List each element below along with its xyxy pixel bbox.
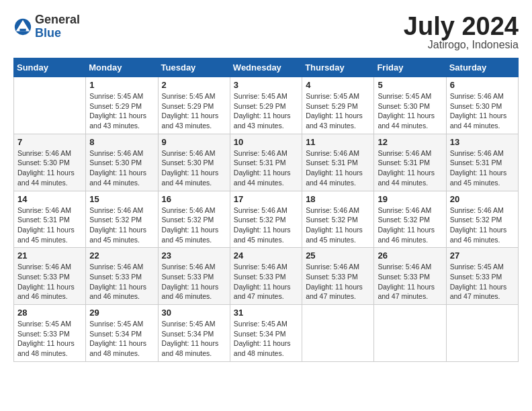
calendar: SundayMondayTuesdayWednesdayThursdayFrid… (13, 58, 519, 362)
day-cell: 28Sunrise: 5:45 AM Sunset: 5:33 PM Dayli… (14, 305, 86, 362)
day-cell: 11Sunrise: 5:46 AM Sunset: 5:31 PM Dayli… (302, 134, 374, 191)
day-number: 15 (89, 194, 154, 204)
day-number: 13 (450, 137, 515, 147)
day-cell: 16Sunrise: 5:46 AM Sunset: 5:32 PM Dayli… (158, 191, 230, 248)
day-number: 1 (89, 80, 154, 90)
week-row-2: 7Sunrise: 5:46 AM Sunset: 5:30 PM Daylig… (14, 134, 519, 191)
day-number: 9 (162, 137, 226, 147)
day-number: 7 (17, 137, 82, 147)
day-number: 28 (17, 308, 82, 318)
logo-text: General Blue (35, 13, 80, 40)
day-info: Sunrise: 5:45 AM Sunset: 5:33 PM Dayligh… (450, 262, 515, 302)
day-cell: 18Sunrise: 5:46 AM Sunset: 5:32 PM Dayli… (302, 191, 374, 248)
day-cell: 4Sunrise: 5:45 AM Sunset: 5:29 PM Daylig… (302, 77, 374, 134)
weekday-header-saturday: Saturday (446, 58, 518, 77)
header: General Blue July 2024 Jatirogo, Indones… (13, 13, 519, 51)
day-info: Sunrise: 5:46 AM Sunset: 5:30 PM Dayligh… (17, 148, 82, 188)
day-info: Sunrise: 5:46 AM Sunset: 5:32 PM Dayligh… (450, 205, 515, 245)
day-cell (374, 305, 446, 362)
day-cell: 23Sunrise: 5:46 AM Sunset: 5:33 PM Dayli… (158, 248, 230, 305)
day-number: 12 (378, 137, 442, 147)
day-cell: 15Sunrise: 5:46 AM Sunset: 5:32 PM Dayli… (86, 191, 158, 248)
week-row-1: 1Sunrise: 5:45 AM Sunset: 5:29 PM Daylig… (14, 77, 519, 134)
day-number: 30 (162, 308, 226, 318)
day-cell: 7Sunrise: 5:46 AM Sunset: 5:30 PM Daylig… (14, 134, 86, 191)
day-number: 27 (450, 250, 515, 261)
day-number: 26 (378, 250, 442, 261)
weekday-header-thursday: Thursday (302, 58, 374, 77)
day-cell: 24Sunrise: 5:46 AM Sunset: 5:33 PM Dayli… (230, 248, 302, 305)
day-info: Sunrise: 5:46 AM Sunset: 5:30 PM Dayligh… (162, 148, 226, 188)
day-info: Sunrise: 5:46 AM Sunset: 5:33 PM Dayligh… (378, 262, 442, 302)
weekday-header-tuesday: Tuesday (158, 58, 230, 77)
day-number: 11 (306, 137, 370, 147)
day-number: 19 (378, 194, 442, 204)
day-cell: 29Sunrise: 5:45 AM Sunset: 5:34 PM Dayli… (86, 305, 158, 362)
day-cell: 20Sunrise: 5:46 AM Sunset: 5:32 PM Dayli… (446, 191, 518, 248)
day-info: Sunrise: 5:45 AM Sunset: 5:34 PM Dayligh… (89, 319, 154, 359)
day-info: Sunrise: 5:45 AM Sunset: 5:29 PM Dayligh… (306, 91, 370, 131)
weekday-header-sunday: Sunday (14, 58, 86, 77)
day-number: 6 (450, 80, 515, 90)
day-number: 17 (234, 194, 298, 204)
day-info: Sunrise: 5:46 AM Sunset: 5:31 PM Dayligh… (450, 148, 515, 188)
day-number: 3 (234, 80, 298, 90)
day-info: Sunrise: 5:46 AM Sunset: 5:32 PM Dayligh… (306, 205, 370, 245)
day-cell: 27Sunrise: 5:45 AM Sunset: 5:33 PM Dayli… (446, 248, 518, 305)
day-number: 25 (306, 250, 370, 261)
week-row-3: 14Sunrise: 5:46 AM Sunset: 5:31 PM Dayli… (14, 191, 519, 248)
day-info: Sunrise: 5:46 AM Sunset: 5:30 PM Dayligh… (450, 91, 515, 131)
day-number: 14 (17, 194, 82, 204)
day-number: 2 (162, 80, 226, 90)
day-number: 31 (234, 308, 298, 318)
weekday-header-friday: Friday (374, 58, 446, 77)
week-row-5: 28Sunrise: 5:45 AM Sunset: 5:33 PM Dayli… (14, 305, 519, 362)
day-cell: 31Sunrise: 5:45 AM Sunset: 5:34 PM Dayli… (230, 305, 302, 362)
day-cell: 26Sunrise: 5:46 AM Sunset: 5:33 PM Dayli… (374, 248, 446, 305)
calendar-header: SundayMondayTuesdayWednesdayThursdayFrid… (14, 58, 519, 77)
day-number: 22 (89, 250, 154, 261)
day-cell (302, 305, 374, 362)
day-info: Sunrise: 5:46 AM Sunset: 5:32 PM Dayligh… (234, 205, 298, 245)
day-info: Sunrise: 5:45 AM Sunset: 5:33 PM Dayligh… (17, 319, 82, 359)
logo-general: General (35, 13, 80, 27)
day-info: Sunrise: 5:45 AM Sunset: 5:29 PM Dayligh… (234, 91, 298, 131)
location: Jatirogo, Indonesia (404, 39, 519, 51)
day-cell (446, 305, 518, 362)
day-cell: 5Sunrise: 5:45 AM Sunset: 5:30 PM Daylig… (374, 77, 446, 134)
day-info: Sunrise: 5:45 AM Sunset: 5:34 PM Dayligh… (162, 319, 226, 359)
day-cell: 14Sunrise: 5:46 AM Sunset: 5:31 PM Dayli… (14, 191, 86, 248)
week-row-4: 21Sunrise: 5:46 AM Sunset: 5:33 PM Dayli… (14, 248, 519, 305)
day-info: Sunrise: 5:45 AM Sunset: 5:29 PM Dayligh… (89, 91, 154, 131)
day-number: 8 (89, 137, 154, 147)
day-info: Sunrise: 5:46 AM Sunset: 5:33 PM Dayligh… (89, 262, 154, 302)
day-number: 10 (234, 137, 298, 147)
day-cell: 12Sunrise: 5:46 AM Sunset: 5:31 PM Dayli… (374, 134, 446, 191)
day-info: Sunrise: 5:46 AM Sunset: 5:33 PM Dayligh… (17, 262, 82, 302)
day-number: 21 (17, 250, 82, 261)
day-info: Sunrise: 5:46 AM Sunset: 5:33 PM Dayligh… (234, 262, 298, 302)
day-cell: 17Sunrise: 5:46 AM Sunset: 5:32 PM Dayli… (230, 191, 302, 248)
day-cell: 30Sunrise: 5:45 AM Sunset: 5:34 PM Dayli… (158, 305, 230, 362)
svg-rect-2 (19, 29, 26, 32)
day-info: Sunrise: 5:46 AM Sunset: 5:31 PM Dayligh… (378, 148, 442, 188)
day-info: Sunrise: 5:46 AM Sunset: 5:33 PM Dayligh… (162, 262, 226, 302)
day-number: 24 (234, 250, 298, 261)
logo: General Blue (13, 13, 80, 40)
calendar-body: 1Sunrise: 5:45 AM Sunset: 5:29 PM Daylig… (14, 77, 519, 362)
day-number: 23 (162, 250, 226, 261)
day-number: 20 (450, 194, 515, 204)
day-info: Sunrise: 5:45 AM Sunset: 5:29 PM Dayligh… (162, 91, 226, 131)
day-cell: 10Sunrise: 5:46 AM Sunset: 5:31 PM Dayli… (230, 134, 302, 191)
title-section: July 2024 Jatirogo, Indonesia (404, 13, 519, 51)
day-info: Sunrise: 5:46 AM Sunset: 5:31 PM Dayligh… (234, 148, 298, 188)
day-info: Sunrise: 5:46 AM Sunset: 5:32 PM Dayligh… (378, 205, 442, 245)
logo-blue: Blue (35, 27, 80, 40)
day-cell: 2Sunrise: 5:45 AM Sunset: 5:29 PM Daylig… (158, 77, 230, 134)
day-info: Sunrise: 5:46 AM Sunset: 5:32 PM Dayligh… (162, 205, 226, 245)
day-number: 5 (378, 80, 442, 90)
day-cell: 13Sunrise: 5:46 AM Sunset: 5:31 PM Dayli… (446, 134, 518, 191)
day-number: 4 (306, 80, 370, 90)
day-info: Sunrise: 5:46 AM Sunset: 5:31 PM Dayligh… (306, 148, 370, 188)
day-cell: 3Sunrise: 5:45 AM Sunset: 5:29 PM Daylig… (230, 77, 302, 134)
